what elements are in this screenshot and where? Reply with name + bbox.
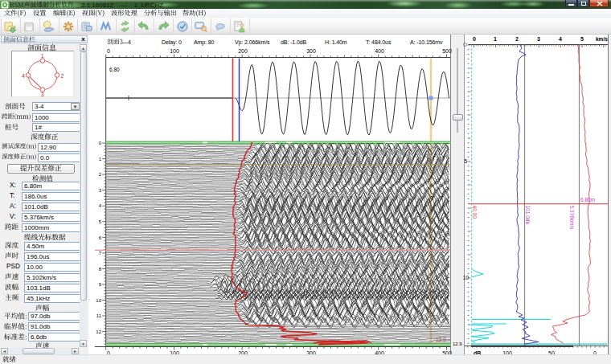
svg-text:10: 10 <box>96 298 101 303</box>
svg-text:10: 10 <box>463 275 470 280</box>
svg-text:6.80m: 6.80m <box>580 197 595 202</box>
svg-text:0: 0 <box>107 48 110 54</box>
svg-text:400: 400 <box>375 48 384 54</box>
svg-text:4: 4 <box>99 203 102 208</box>
svg-text:8: 8 <box>99 267 102 272</box>
svg-text:500: 500 <box>442 48 452 54</box>
svg-text:km/s: km/s <box>596 36 608 42</box>
svg-text:12: 12 <box>96 329 101 334</box>
svg-text:5: 5 <box>464 158 467 164</box>
svg-text:300: 300 <box>306 48 316 54</box>
svg-text:3: 3 <box>537 36 540 42</box>
svg-text:6.80: 6.80 <box>109 67 120 72</box>
svg-text:12.9: 12.9 <box>453 342 462 346</box>
svg-text:5: 5 <box>99 219 102 224</box>
svg-text:11: 11 <box>96 313 102 318</box>
svg-text:40.00: 40.00 <box>472 206 478 219</box>
svg-text:9: 9 <box>99 282 102 287</box>
svg-text:2: 2 <box>515 36 519 42</box>
svg-text:6: 6 <box>99 235 102 240</box>
svg-text:1: 1 <box>494 36 497 42</box>
svg-text:4: 4 <box>559 36 562 42</box>
svg-text:3: 3 <box>99 188 102 193</box>
svg-text:100: 100 <box>170 48 179 54</box>
svg-text:0: 0 <box>99 141 102 145</box>
svg-text:5.376km/s: 5.376km/s <box>569 206 575 231</box>
svg-text:7: 7 <box>99 251 102 256</box>
svg-text:101.0db: 101.0db <box>525 206 531 225</box>
svg-text:2: 2 <box>99 172 102 177</box>
svg-text:0: 0 <box>473 36 476 42</box>
svg-text:200: 200 <box>238 48 248 54</box>
svg-text:1: 1 <box>99 157 102 162</box>
svg-text:5: 5 <box>580 36 584 42</box>
